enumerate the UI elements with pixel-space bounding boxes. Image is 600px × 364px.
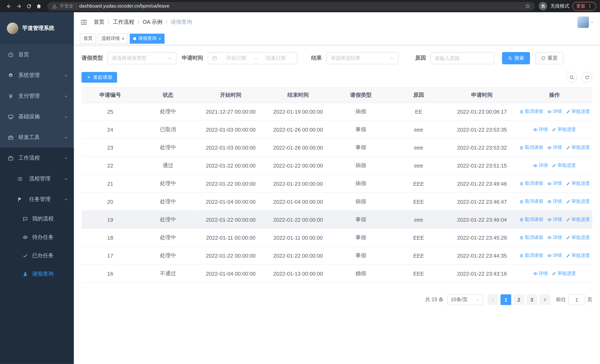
edit-icon [566,217,570,222]
browser-reload-icon[interactable] [24,1,34,11]
sidebar-item-label: 基础设施 [18,113,40,120]
action-cancel-link[interactable]: 取消请假 [519,180,543,187]
page-size-select[interactable]: 10条/页 [447,294,483,305]
breadcrumb-item[interactable]: 工作流程 [113,19,134,26]
chat-icon [22,216,28,222]
action-cancel-link[interactable]: 取消请假 [519,108,543,115]
close-icon[interactable]: × [122,36,124,41]
action-detail-link[interactable]: 详情 [547,108,562,115]
update-button[interactable]: 更新 [572,2,596,10]
sidebar-item[interactable]: 我的流程 [0,210,74,228]
user-menu[interactable] [577,17,594,28]
sidebar-item[interactable]: 待办任务 [0,228,74,246]
result-select[interactable]: 请选择流结果 [326,52,398,64]
action-detail-link[interactable]: 详情 [547,198,562,205]
action-detail-link[interactable]: 详情 [547,234,562,241]
action-progress-link[interactable]: 审批进度 [552,162,576,169]
cell-reason: EEE [390,175,447,193]
action-detail-link[interactable]: 详情 [533,270,548,277]
prev-page-button[interactable] [488,294,498,305]
result-label: 结果 [311,55,322,62]
sidebar-item[interactable]: 流程管理 [0,168,74,189]
browser-controls: 无痕模式 更新 [539,2,596,10]
action-detail-link[interactable]: 详情 [533,162,548,169]
action-label: 取消请假 [525,216,543,223]
sidebar-item[interactable]: 研发工具 [0,127,74,148]
cell-id: 16 [82,265,139,283]
page-number-button[interactable]: 3 [526,294,537,305]
sidebar-item[interactable]: 工作流程 [0,148,74,168]
action-progress-link[interactable]: 审批进度 [566,216,590,223]
tab-2[interactable]: 流程详情× [98,34,128,44]
breadcrumb-item[interactable]: 首页 [94,19,104,26]
action-label: 详情 [553,144,562,151]
reason-input[interactable] [435,55,490,61]
breadcrumb-item: 请假查询 [171,19,192,26]
avatar[interactable] [577,17,589,28]
action-progress-link[interactable]: 审批进度 [566,234,590,241]
goto-page-input[interactable] [568,294,585,305]
browser-back-icon[interactable] [4,1,14,11]
logo: 芋道管理系统 [0,12,74,44]
chevron-down-icon [64,135,68,140]
cell-reason: eee [390,139,447,157]
action-label: 取消请假 [525,234,543,241]
cell-reason: eee [390,121,447,139]
bookmark-star-icon[interactable] [525,3,530,9]
refresh-table-button[interactable] [582,72,592,83]
sidebar-item[interactable]: 任务管理 [0,189,74,210]
page-number-button[interactable]: 2 [514,294,524,305]
sidebar-item[interactable]: 已办任务 [0,246,74,265]
action-cancel-link[interactable]: 取消请假 [519,216,543,223]
sidebar-item-label: 系统管理 [18,72,40,79]
create-leave-button[interactable]: 发起请假 [82,72,117,83]
action-detail-link[interactable]: 详情 [533,126,548,133]
browser-forward-icon[interactable] [14,1,24,11]
browser-home-icon[interactable] [34,1,44,11]
trash-icon [519,181,524,186]
page-number-button[interactable]: 1 [500,294,511,305]
trash-icon [519,253,524,258]
action-detail-link[interactable]: 详情 [547,252,562,259]
url-bar[interactable]: 不安全 dashboard.yudao.iocoder.cn/bpm/oa/le… [47,2,535,10]
action-label: 审批进度 [572,234,590,241]
breadcrumb-item[interactable]: OA 示例 [143,19,162,26]
search-button[interactable]: 搜索 [502,52,530,64]
sidebar-item[interactable]: 首页 [0,45,74,65]
calendar-icon [212,56,217,61]
action-progress-link[interactable]: 审批进度 [552,270,576,277]
eye-icon [547,145,552,150]
action-cancel-link[interactable]: 取消请假 [519,234,543,241]
next-page-button[interactable] [540,294,550,305]
incognito-icon [539,2,547,10]
action-progress-link[interactable]: 审批进度 [566,252,590,259]
tab-3[interactable]: 请假查询× [130,34,165,44]
action-cancel-link[interactable]: 取消请假 [519,198,543,205]
close-icon[interactable]: × [159,36,161,41]
action-progress-link[interactable]: 审批进度 [566,198,590,205]
sidebar-item[interactable]: 请假查询 [0,265,74,283]
menu-dots-icon[interactable] [587,4,592,9]
action-detail-link[interactable]: 详情 [547,216,562,223]
sidebar-item[interactable]: 支付管理 [0,86,74,107]
tab-1[interactable]: 首页 [80,34,96,44]
action-cancel-link[interactable]: 取消请假 [519,144,543,151]
action-cancel-link[interactable]: 取消请假 [519,252,543,259]
sidebar-item[interactable]: 系统管理 [0,65,74,86]
toggle-search-button[interactable] [566,72,577,83]
action-label: 详情 [553,108,562,115]
action-detail-link[interactable]: 详情 [547,144,562,151]
leave-type-select[interactable]: 请选择请假类型 [107,52,176,64]
reset-button[interactable]: 重置 [535,52,563,64]
hamburger-icon[interactable] [80,18,88,26]
sidebar-item[interactable]: 基础设施 [0,106,74,127]
apply-time-range-picker[interactable]: 开始日期 - 结束日期 [208,52,297,64]
action-progress-link[interactable]: 审批进度 [566,108,590,115]
action-progress-link[interactable]: 审批进度 [566,180,590,187]
action-progress-link[interactable]: 审批进度 [552,126,576,133]
edit-icon [566,253,570,258]
toolbox-icon [8,135,14,140]
action-detail-link[interactable]: 详情 [547,180,562,187]
cell-status: 处理中 [139,211,197,229]
action-progress-link[interactable]: 审批进度 [566,144,590,151]
